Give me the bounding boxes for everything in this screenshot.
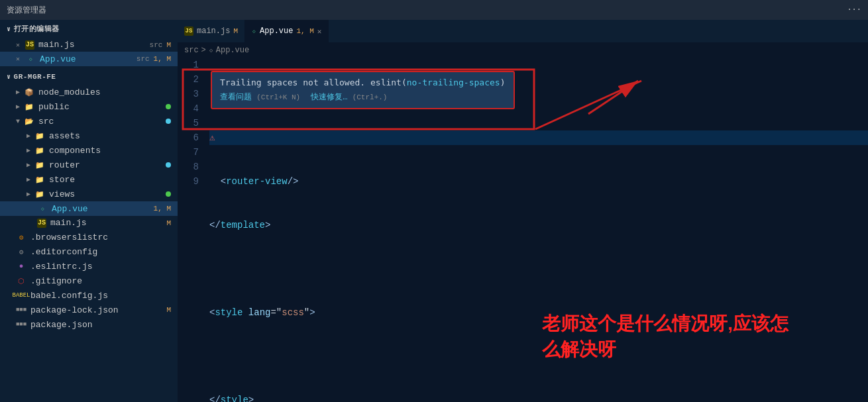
tab-modified: 1, M [296, 27, 313, 35]
editor-content[interactable]: 1 2 3 4 5 6 7 8 9 ⚠ <router-view/> </tem… [178, 58, 868, 402]
vue-icon: ⬦ [37, 203, 48, 214]
babel-icon: BABEL [16, 290, 27, 301]
chevron-right-icon: ▶ [27, 146, 30, 154]
folder-name: components [49, 146, 171, 156]
chevron-right-icon: ▶ [27, 161, 30, 169]
tab-label: App.vue [260, 26, 293, 36]
folder-name: router [49, 160, 162, 170]
sidebar-item-package-lock[interactable]: ■■■ package-lock.json M [0, 303, 178, 317]
tooltip-text: Trailing spaces not allowed. [220, 77, 365, 87]
line-numbers: 1 2 3 4 5 6 7 8 9 [178, 58, 204, 402]
main-layout: ∨ 打开的编辑器 ✕ JS main.js src M ✕ ⬦ App.vue … [0, 20, 868, 402]
sidebar-item-views[interactable]: ▶ 📁 views [0, 187, 178, 201]
sidebar-item-editorconfig[interactable]: ⚙ .editorconfig [0, 244, 178, 259]
tooltip-paren: ) [500, 77, 506, 87]
chevron-right-icon: ▶ [16, 88, 20, 96]
modified-badge: M [166, 41, 171, 49]
open-editors-header[interactable]: ∨ 打开的编辑器 [0, 20, 178, 38]
project-header[interactable]: ∨ GR-MGR-FE [0, 69, 178, 85]
tab-appvue[interactable]: ⬦ App.vue 1, M ✕ [245, 20, 329, 42]
file-name: babel.config.js [30, 291, 171, 301]
editor-area: 1 2 3 4 5 6 7 8 9 ⚠ <router-view/> </tem… [178, 58, 868, 402]
folder-name: public [38, 102, 162, 112]
modified-badge: 1, M [154, 55, 171, 63]
sidebar-item-eslintrc[interactable]: ● .eslintrc.js [0, 259, 178, 274]
breadcrumb-file: App.vue [216, 46, 249, 55]
breadcrumb-sep: > [201, 46, 206, 55]
sidebar-item-components[interactable]: ▶ 📁 components [0, 143, 178, 158]
sidebar-item-node-modules[interactable]: ▶ 📦 node_modules [0, 85, 178, 99]
file-name: main.js [38, 40, 146, 50]
code-line-3: <router-view/> [209, 174, 868, 189]
file-path: src [150, 41, 163, 49]
sidebar-item-mainjs[interactable]: ✕ JS main.js src M [0, 38, 178, 52]
breadcrumb-src: src [184, 46, 199, 55]
file-name: package-lock.json [30, 305, 162, 315]
tooltip-shortcut-fix: (Ctrl+.) [353, 93, 388, 101]
tooltip-action-view[interactable]: 查看问题 (Ctrl+K N) [220, 91, 300, 103]
tab-mainjs[interactable]: JS main.js M [178, 20, 245, 42]
folder-icon: 📁 [34, 130, 45, 141]
open-editors-label: 打开的编辑器 [14, 24, 60, 34]
chevron-down-icon: ∨ [7, 73, 11, 81]
chevron-right-icon: ▶ [27, 190, 30, 198]
tooltip-action-fix[interactable]: 快速修复… (Ctrl+.) [311, 91, 387, 103]
folder-name: store [49, 175, 171, 185]
code-content[interactable]: ⚠ <router-view/> </template> <style lang… [204, 58, 868, 402]
file-name: .editorconfig [30, 247, 171, 257]
sidebar-item-assets[interactable]: ▶ 📁 assets [0, 128, 178, 143]
folder-name: src [38, 117, 162, 126]
title-bar: 资源管理器 ··· [0, 0, 868, 20]
code-line-2: ⚠ [209, 130, 868, 145]
config-icon: ⚙ [16, 246, 27, 257]
folder-icon: 📁 [34, 160, 45, 170]
status-dot [166, 104, 171, 109]
title-bar-dots: ··· [847, 5, 861, 15]
sidebar-item-gitignore[interactable]: ⬡ .gitignore [0, 274, 178, 288]
tooltip-rule: no-trailing-spaces [407, 77, 500, 87]
file-path: src [136, 55, 150, 63]
folder-name: node_modules [38, 87, 171, 97]
sidebar-item-store[interactable]: ▶ 📁 store [0, 172, 178, 187]
sidebar-item-public[interactable]: ▶ 📁 public [0, 99, 178, 114]
sidebar-item-router[interactable]: ▶ 📁 router [0, 158, 178, 172]
status-dot [166, 162, 171, 168]
json-icon: ■■■ [16, 305, 27, 315]
sidebar-item-browserslistrc[interactable]: ⚙ .browserslistrc [0, 230, 178, 244]
js-icon: JS [37, 219, 46, 228]
file-name: App.vue [40, 54, 133, 64]
close-icon[interactable]: ✕ [317, 27, 322, 36]
folder-icon: 📁 [34, 189, 45, 199]
sidebar-item-mainjs-tree[interactable]: JS main.js M [0, 216, 178, 230]
sidebar-item-appvue[interactable]: ✕ ⬦ App.vue src 1, M [0, 52, 178, 66]
file-name: App.vue [52, 204, 150, 214]
chevron-down-icon: ▼ [16, 118, 20, 125]
tooltip-popup: Trailing spaces not allowed. eslint(no-t… [211, 71, 515, 109]
json-icon: ■■■ [16, 319, 27, 330]
editor-column: JS main.js M ⬦ App.vue 1, M ✕ src > ⬦ Ap… [178, 20, 868, 402]
eslint-icon: ● [16, 261, 27, 272]
tooltip-actions: 查看问题 (Ctrl+K N) 快速修复… (Ctrl+.) [220, 91, 506, 103]
sidebar-item-babel[interactable]: BABEL babel.config.js [0, 288, 178, 303]
title-bar-title: 资源管理器 [7, 5, 46, 16]
close-icon[interactable]: ✕ [16, 55, 20, 63]
code-line-6: <style lang="scss"> [209, 305, 868, 320]
modified-badge: 1, M [154, 205, 171, 213]
close-icon[interactable]: ✕ [16, 41, 20, 49]
git-icon: ⬡ [16, 276, 27, 286]
folder-name: assets [49, 131, 171, 141]
code-line-8: </style> [209, 393, 868, 402]
js-icon: JS [25, 40, 34, 50]
sidebar-item-package[interactable]: ■■■ package.json [0, 317, 178, 332]
tab-label: main.js [197, 26, 230, 36]
file-name: .gitignore [30, 276, 171, 286]
breadcrumb-chevron: ⬦ [209, 46, 213, 55]
code-line-4: </template> [209, 218, 868, 232]
file-name: .browserslistrc [30, 232, 171, 242]
sidebar-item-appvue-tree[interactable]: ⬦ App.vue 1, M [0, 201, 178, 216]
folder-icon: 📁 [34, 145, 45, 156]
code-line-5 [209, 262, 868, 276]
sidebar-item-src[interactable]: ▼ 📂 src [0, 114, 178, 128]
status-dot [166, 119, 171, 124]
tooltip-shortcut-view: (Ctrl+K N) [256, 93, 300, 101]
